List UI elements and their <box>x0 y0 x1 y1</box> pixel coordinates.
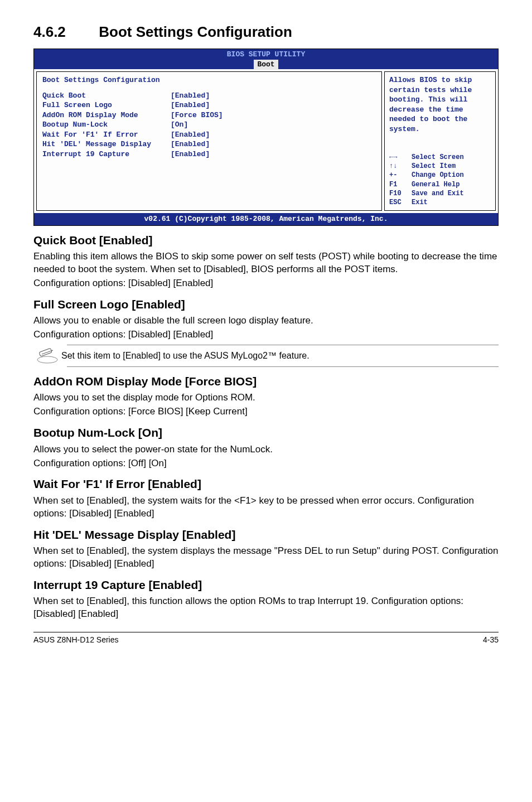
bios-nav-label: Change Option <box>412 171 464 180</box>
bios-header: BIOS SETUP UTILITY Boot <box>34 49 498 69</box>
bios-nav-key: F10 <box>389 189 412 198</box>
heading-interrupt19: Interrupt 19 Capture [Enabled] <box>33 577 499 593</box>
bios-setting-value: [Enabled] <box>171 100 210 110</box>
bios-help-panel: Allows BIOS to skip certain tests while … <box>384 71 496 211</box>
bios-nav-key: ←→ <box>389 153 412 162</box>
bios-nav-label: Exit <box>412 198 428 207</box>
text-hitdel: When set to [Enabled], the system displa… <box>33 545 499 571</box>
pencil-icon <box>33 347 61 364</box>
bios-nav-label: General Help <box>412 180 460 189</box>
bios-setting-key: Wait For 'F1' If Error <box>42 130 171 140</box>
footer-left: ASUS Z8NH-D12 Series <box>33 635 119 645</box>
bios-nav-key: +- <box>389 171 412 180</box>
text-numlock-1: Allows you to select the power-on state … <box>33 443 499 456</box>
bios-setting-row[interactable]: Hit 'DEL' Message Display[Enabled] <box>42 139 376 149</box>
bios-nav-row: ESCExit <box>389 198 491 207</box>
footer-right: 4-35 <box>483 635 499 645</box>
bios-setting-row[interactable]: Interrupt 19 Capture[Enabled] <box>42 149 376 160</box>
bios-setting-key: Bootup Num-Lock <box>42 120 171 130</box>
section-title: Boot Settings Configuration <box>99 23 292 40</box>
bios-title: BIOS SETUP UTILITY <box>34 50 498 60</box>
bios-setting-row[interactable]: AddOn ROM Display Mode[Force BIOS] <box>42 110 376 120</box>
bios-setting-value: [On] <box>171 120 188 130</box>
svg-point-0 <box>37 356 57 363</box>
bios-nav-key: ↑↓ <box>389 162 412 171</box>
text-waitf1: When set to [Enabled], the system waits … <box>33 495 499 520</box>
bios-nav-label: Select Screen <box>412 153 464 162</box>
bios-nav-label: Select Item <box>412 162 456 171</box>
page-footer: ASUS Z8NH-D12 Series 4-35 <box>33 632 499 645</box>
bios-setting-key: AddOn ROM Display Mode <box>42 110 171 120</box>
bios-footer: v02.61 (C)Copyright 1985-2008, American … <box>34 213 498 225</box>
svg-rect-1 <box>39 348 52 356</box>
bios-setting-key: Hit 'DEL' Message Display <box>42 139 171 149</box>
bios-setting-value: [Enabled] <box>171 130 210 140</box>
bios-nav-keys: ←→Select Screen↑↓Select Item+-Change Opt… <box>389 153 491 207</box>
bios-setting-row[interactable]: Bootup Num-Lock[On] <box>42 120 376 130</box>
heading-bootup-numlock: Bootup Num-Lock [On] <box>33 425 499 441</box>
bios-setting-key: Interrupt 19 Capture <box>42 149 171 160</box>
heading-addon-rom: AddOn ROM Display Mode [Force BIOS] <box>33 374 499 389</box>
bios-setting-value: [Enabled] <box>171 149 210 160</box>
bios-setting-value: [Force BIOS] <box>171 110 223 120</box>
text-fsl-2: Configuration options: [Disabled] [Enabl… <box>33 328 499 341</box>
bios-nav-label: Save and Exit <box>412 189 464 198</box>
note-text: Set this item to [Enabled] to use the AS… <box>61 350 309 362</box>
bios-nav-key: F1 <box>389 180 412 189</box>
bios-nav-row: F10Save and Exit <box>389 189 491 198</box>
bios-nav-key: ESC <box>389 198 412 207</box>
bios-nav-row: ↑↓Select Item <box>389 162 491 171</box>
text-addon-1: Allows you to set the display mode for O… <box>33 392 499 404</box>
heading-hit-del: Hit 'DEL' Message Display [Enabled] <box>33 527 499 543</box>
bios-setting-row[interactable]: Wait For 'F1' If Error[Enabled] <box>42 130 376 140</box>
bios-setting-row[interactable]: Full Screen Logo[Enabled] <box>42 100 376 110</box>
bios-setting-value: [Enabled] <box>171 139 210 149</box>
heading-wait-f1: Wait For 'F1' If Error [Enabled] <box>33 476 499 492</box>
bios-setting-value: [Enabled] <box>171 91 210 101</box>
bios-screenshot: BIOS SETUP UTILITY Boot Boot Settings Co… <box>33 49 499 226</box>
heading-full-screen-logo: Full Screen Logo [Enabled] <box>33 297 499 312</box>
text-int19: When set to [Enabled], this function all… <box>33 595 499 621</box>
text-fsl-1: Allows you to enable or disable the full… <box>33 315 499 327</box>
bios-setting-key: Full Screen Logo <box>42 100 171 110</box>
bios-setting-row[interactable]: Quick Boot[Enabled] <box>42 91 376 101</box>
text-quick-boot-2: Configuration options: [Disabled] [Enabl… <box>33 277 499 290</box>
text-numlock-2: Configuration options: [Off] [On] <box>33 457 499 470</box>
bios-setting-key: Quick Boot <box>42 91 171 101</box>
bios-nav-row: ←→Select Screen <box>389 153 491 162</box>
text-addon-2: Configuration options: [Force BIOS] [Kee… <box>33 405 499 418</box>
bios-nav-row: F1General Help <box>389 180 491 189</box>
text-quick-boot-1: Enabling this item allows the BIOS to sk… <box>33 250 499 276</box>
bios-help-text: Allows BIOS to skip certain tests while … <box>389 75 491 134</box>
section-heading: 4.6.2 Boot Settings Configuration <box>33 22 499 42</box>
bios-settings-panel: Boot Settings Configuration Quick Boot[E… <box>36 71 382 211</box>
heading-quick-boot: Quick Boot [Enabled] <box>33 233 499 248</box>
section-number: 4.6.2 <box>33 22 95 42</box>
bios-panel-title: Boot Settings Configuration <box>42 75 376 85</box>
bios-tab-boot[interactable]: Boot <box>254 60 278 70</box>
bios-nav-row: +-Change Option <box>389 171 491 180</box>
note-mylogo: Set this item to [Enabled] to use the AS… <box>67 345 499 367</box>
